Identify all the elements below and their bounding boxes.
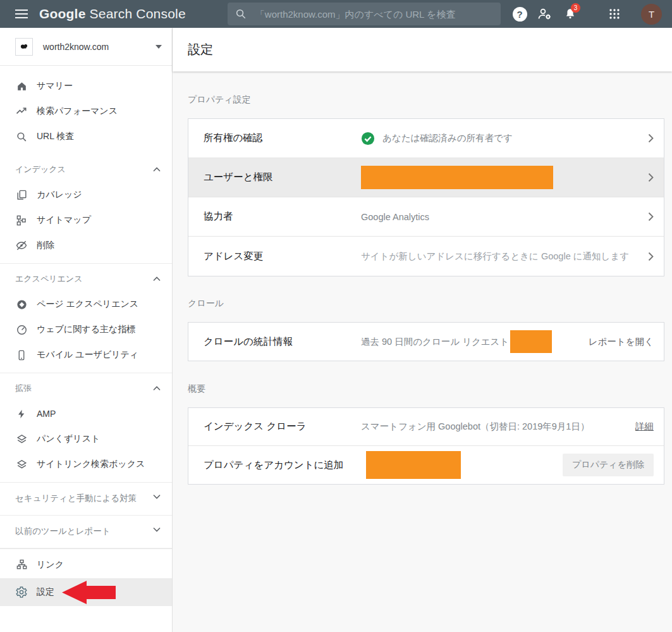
topbar-actions: ? 3 T bbox=[507, 1, 666, 27]
sidebar-item-amp[interactable]: AMP bbox=[0, 401, 172, 426]
search-input[interactable] bbox=[255, 9, 493, 20]
details-link[interactable]: 詳細 bbox=[625, 421, 654, 433]
change-of-address-row[interactable]: アドレス変更 サイトが新しいアドレスに移行するときに Google に通知します bbox=[188, 237, 664, 276]
chevron-right-icon bbox=[648, 212, 654, 221]
url-search-box[interactable] bbox=[228, 3, 501, 25]
mobile-usability-icon bbox=[15, 349, 28, 361]
sidebar-item-url-inspection[interactable]: URL 検査 bbox=[0, 124, 172, 149]
chevron-right-icon bbox=[648, 133, 654, 143]
sidebar-footer: リンク 設定 bbox=[0, 548, 172, 606]
about-card: インデックス クローラ スマートフォン用 Googlebot（切替日: 2019… bbox=[188, 407, 664, 485]
section-header-experience[interactable]: エクスペリエンス bbox=[0, 266, 172, 292]
avatar[interactable]: T bbox=[641, 4, 662, 25]
sidebar-item-page-experience[interactable]: ページ エクスペリエンス bbox=[0, 292, 172, 317]
section-header-index[interactable]: インデックス bbox=[0, 157, 172, 182]
redaction-block bbox=[366, 451, 461, 479]
chevron-up-icon bbox=[153, 276, 161, 282]
crawl-stats-row[interactable]: クロールの統計情報 過去 90 日間のクロール リクエスト レポートを開く bbox=[188, 323, 664, 361]
section-header-enhancements[interactable]: 拡張 bbox=[0, 376, 172, 401]
sidebar-item-removals[interactable]: 削除 bbox=[0, 233, 172, 258]
property-added-row: プロパティをアカウントに追加 プロパティを削除 bbox=[188, 446, 664, 484]
apps-grid-icon[interactable] bbox=[602, 1, 627, 27]
removals-icon bbox=[15, 239, 28, 252]
sidebar-item-sitelinks-searchbox[interactable]: サイトリンク検索ボックス bbox=[0, 452, 172, 477]
sidebar-item-coverage[interactable]: カバレッジ bbox=[0, 182, 172, 208]
performance-icon bbox=[15, 105, 28, 118]
about-heading: 概要 bbox=[188, 383, 664, 395]
home-icon bbox=[15, 80, 28, 92]
amp-icon bbox=[15, 407, 28, 420]
crawl-card: クロールの統計情報 過去 90 日間のクロール リクエスト レポートを開く bbox=[188, 322, 664, 361]
users-permissions-row[interactable]: ユーザーと権限 bbox=[188, 158, 664, 197]
coverage-icon bbox=[15, 189, 28, 201]
settings-gear-icon bbox=[15, 586, 28, 598]
sidebar-section-security-manual-actions[interactable]: セキュリティと手動による対策 bbox=[0, 483, 172, 516]
url-inspection-icon bbox=[15, 130, 28, 143]
page-title: 設定 bbox=[188, 41, 213, 58]
property-settings-heading: プロパティ設定 bbox=[188, 94, 664, 106]
sidebar-item-core-web-vitals[interactable]: ウェブに関する主な指標 bbox=[0, 317, 172, 342]
sidebar-item-summary[interactable]: サマリー bbox=[0, 73, 172, 99]
redaction-block bbox=[510, 330, 552, 353]
top-app-bar: Google Search Console ? 3 T bbox=[0, 0, 672, 28]
remove-property-button[interactable]: プロパティを削除 bbox=[563, 454, 654, 476]
chevron-right-icon bbox=[648, 173, 654, 182]
property-name: worth2know.com bbox=[43, 42, 156, 52]
sidebar-item-settings[interactable]: 設定 bbox=[0, 578, 172, 606]
chevron-down-icon bbox=[153, 527, 161, 532]
sitelinks-searchbox-icon bbox=[15, 458, 28, 471]
core-web-vitals-icon bbox=[15, 323, 28, 336]
app-title[interactable]: Google Search Console bbox=[39, 6, 186, 22]
breadcrumbs-icon bbox=[15, 433, 28, 445]
sidebar-item-performance[interactable]: 検索パフォーマンス bbox=[0, 99, 172, 124]
associations-row[interactable]: 協力者 Google Analytics bbox=[188, 197, 664, 237]
verified-check-icon bbox=[361, 132, 375, 146]
indexing-crawler-row: インデックス クローラ スマートフォン用 Googlebot（切替日: 2019… bbox=[188, 408, 664, 446]
search-icon bbox=[235, 8, 247, 20]
links-icon bbox=[15, 559, 28, 571]
sidebar: worth2know.com サマリー 検索パフォーマンス URL 検査 インデ… bbox=[0, 28, 173, 632]
redaction-block bbox=[361, 166, 553, 189]
property-favicon bbox=[15, 38, 33, 56]
chevron-up-icon bbox=[153, 167, 161, 172]
chevron-right-icon bbox=[648, 252, 654, 261]
page-experience-icon bbox=[15, 298, 28, 311]
notification-badge: 3 bbox=[571, 3, 580, 13]
user-settings-icon[interactable] bbox=[532, 1, 558, 27]
sidebar-section-enhancements: 拡張 AMP パンくずリスト サイトリンク検索ボックス bbox=[0, 373, 172, 483]
sitemap-icon bbox=[15, 214, 28, 226]
sidebar-item-links[interactable]: リンク bbox=[0, 552, 172, 578]
sidebar-item-sitemaps[interactable]: サイトマップ bbox=[0, 208, 172, 233]
dropdown-caret-icon bbox=[156, 45, 162, 49]
chevron-down-icon bbox=[153, 494, 161, 499]
notifications-bell-icon[interactable]: 3 bbox=[558, 1, 583, 27]
chevron-up-icon bbox=[153, 386, 161, 391]
sidebar-section-legacy-tools[interactable]: 以前のツールとレポート bbox=[0, 516, 172, 548]
help-icon[interactable]: ? bbox=[507, 1, 532, 27]
ownership-verification-row[interactable]: 所有権の確認 あなたは確認済みの所有者です bbox=[188, 119, 664, 158]
page-header: 設定 bbox=[173, 28, 672, 71]
crawl-heading: クロール bbox=[188, 298, 664, 309]
property-settings-card: 所有権の確認 あなたは確認済みの所有者です ユーザーと権限 協力者 bbox=[188, 118, 664, 276]
sidebar-nav-top: サマリー 検索パフォーマンス URL 検査 bbox=[0, 66, 172, 154]
red-arrow-annotation bbox=[62, 581, 116, 604]
menu-icon[interactable] bbox=[9, 1, 34, 27]
property-selector[interactable]: worth2know.com bbox=[0, 28, 172, 66]
main-area: 設定 プロパティ設定 所有権の確認 あなたは確認済みの所有者です ユーザーと権限 bbox=[173, 28, 672, 632]
open-report-link[interactable]: レポートを開く bbox=[578, 336, 654, 348]
sidebar-item-mobile-usability[interactable]: モバイル ユーザビリティ bbox=[0, 342, 172, 368]
settings-content: プロパティ設定 所有権の確認 あなたは確認済みの所有者です ユーザーと権限 bbox=[173, 71, 672, 632]
sidebar-section-experience: エクスペリエンス ページ エクスペリエンス ウェブに関する主な指標 モバイル ユ… bbox=[0, 264, 172, 373]
sidebar-item-breadcrumbs[interactable]: パンくずリスト bbox=[0, 426, 172, 452]
sidebar-section-index: インデックス カバレッジ サイトマップ 削除 bbox=[0, 154, 172, 264]
